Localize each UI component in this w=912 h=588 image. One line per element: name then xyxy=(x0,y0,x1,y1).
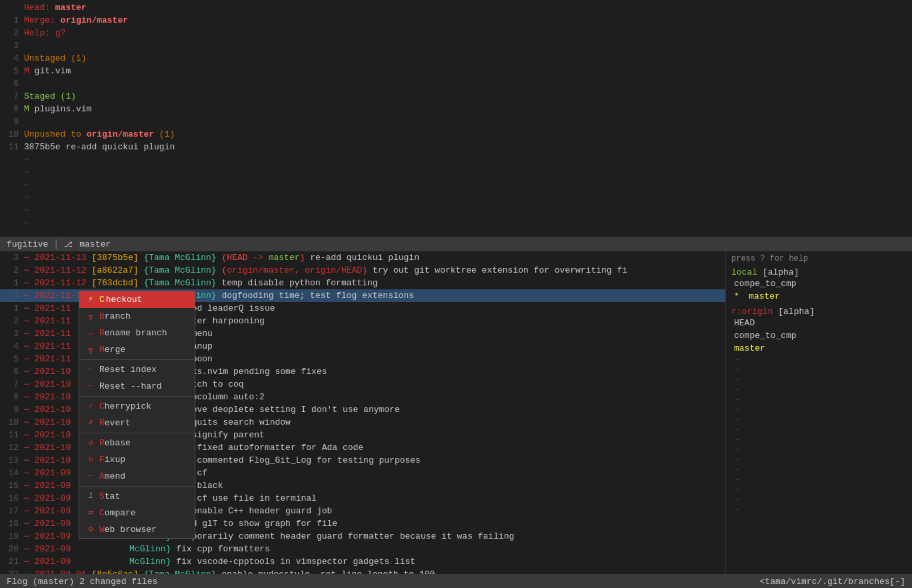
rp-tilde-3: ~ xyxy=(731,375,907,385)
line-staged-file: 8 M plugins.vim xyxy=(0,103,912,115)
line-unstaged-file: 5 M git.vim xyxy=(0,65,912,77)
rp-tilde-4: ~ xyxy=(731,385,907,395)
amend-icon: ← xyxy=(86,470,95,483)
line-empty-9: 9 xyxy=(0,115,912,128)
rp-tilde-7: ~ xyxy=(731,415,907,425)
line-commit: 11 3875b5e re-add quickui plugin xyxy=(0,141,912,153)
log-row-2[interactable]: 2 ─ 2021-11-12 [a8622a7] {Tama McGlinn} … xyxy=(0,264,725,277)
remote-branch-master: master xyxy=(731,342,907,355)
remote-branch-head: HEAD xyxy=(731,317,907,329)
log-row-25[interactable]: 21 ─ 2021-09 McGlinn} fix vscode-cpptool… xyxy=(0,555,725,568)
rp-tilde-8: ~ xyxy=(731,425,907,435)
compare-icon: ⇄ xyxy=(86,507,95,519)
remote-label: r:origin [alpha] xyxy=(731,307,907,317)
rebase-icon: ↺ xyxy=(86,437,95,449)
local-branch-compe: compe_to_cmp xyxy=(731,277,907,290)
rp-tilde-6: ~ xyxy=(731,405,907,415)
line-unstaged: 4 Unstaged (1) xyxy=(0,52,912,65)
remote-branch-compe: compe_to_cmp xyxy=(731,329,907,342)
line-empty-6: 6 xyxy=(0,77,912,90)
tilde-3: ~ xyxy=(0,179,912,191)
menu-item-amend[interactable]: ← Amend xyxy=(79,468,195,485)
menu-item-branch[interactable]: ╥ Branch xyxy=(79,308,195,325)
stat-icon: i xyxy=(86,490,95,503)
menu-item-rename-branch[interactable]: … Rename branch xyxy=(79,325,195,341)
rp-tilde-16: ~ xyxy=(731,505,907,515)
log-row-1[interactable]: 3 ─ 2021-11-13 [3875b5e] {Tama McGlinn} … xyxy=(0,251,725,264)
log-row-24[interactable]: 20 ─ 2021-09 McGlinn} fix cpp formatters xyxy=(0,543,725,555)
rp-tilde-1: ~ xyxy=(731,355,907,365)
reset-hard-icon: ← xyxy=(86,380,95,393)
local-branch-master: * master xyxy=(731,290,907,303)
rp-tilde-5: ~ xyxy=(731,395,907,405)
menu-item-stat[interactable]: i Stat xyxy=(79,488,195,505)
tilde-1: ~ xyxy=(0,153,912,166)
local-label: local [alpha] xyxy=(731,267,907,277)
status-bar-top: fugitive │ ⎇ master xyxy=(0,237,912,251)
tilde-5: ~ xyxy=(0,204,912,217)
menu-item-fixup[interactable]: ↻ Fixup xyxy=(79,451,195,468)
log-row-3[interactable]: 1 ─ 2021-11-12 [763dcbd] {Tama McGlinn} … xyxy=(0,277,725,289)
branch-icon: ╥ xyxy=(86,310,95,323)
menu-item-compare[interactable]: ⇄ Compare xyxy=(79,505,195,521)
rp-tilde-12: ~ xyxy=(731,465,907,475)
revert-icon: ✗ xyxy=(86,417,95,429)
line-head: Head: master xyxy=(0,1,912,14)
rp-tilde-9: ~ xyxy=(731,435,907,445)
reset-index-icon: ← xyxy=(86,363,95,376)
rp-tilde-14: ~ xyxy=(731,485,907,495)
line-unpushed: 10 Unpushed to origin/master (1) xyxy=(0,128,912,141)
log-row-26[interactable]: 22 ─ 2021-09-01 [8e5c6ac] {Tama McGlinn}… xyxy=(0,568,725,574)
checkout-icon: ⚡ xyxy=(86,293,95,306)
merge-icon: ╦ xyxy=(86,343,95,356)
tilde-2: ~ xyxy=(0,166,912,179)
tilde-6: ~ xyxy=(0,217,912,229)
branch-name: master xyxy=(79,239,111,249)
right-panel: press ? for help local [alpha] compe_to_… xyxy=(725,251,912,574)
rp-tilde-13: ~ xyxy=(731,475,907,485)
context-menu: ⚡ Checkout ╥ Branch … Rename branch ╦ Me… xyxy=(79,291,195,539)
rp-tilde-2: ~ xyxy=(731,365,907,375)
rp-tilde-15: ~ xyxy=(731,495,907,505)
menu-separator-4 xyxy=(79,486,195,487)
menu-separator-1 xyxy=(79,359,195,360)
line-staged: 7 Staged (1) xyxy=(0,90,912,103)
menu-separator-3 xyxy=(79,433,195,433)
cherrypick-icon: ✓ xyxy=(86,400,95,413)
menu-item-merge[interactable]: ╦ Merge xyxy=(79,341,195,358)
menu-item-reset-index[interactable]: ← Reset index xyxy=(79,361,195,378)
git-log: 3 ─ 2021-11-13 [3875b5e] {Tama McGlinn} … xyxy=(0,251,725,574)
status-right: <tama/vimrc/.git/branches[-] xyxy=(760,577,905,587)
rp-tilde-10: ~ xyxy=(731,445,907,455)
fugitive-pane: Head: master 1 Merge: origin/master 2 He… xyxy=(0,0,912,237)
bottom-status-bar: Flog (master) 2 changed files <tama/vimr… xyxy=(0,574,912,588)
menu-item-reset-hard[interactable]: ← Reset --hard xyxy=(79,378,195,395)
menu-item-checkout[interactable]: ⚡ Checkout xyxy=(79,291,195,308)
line-empty-3: 3 xyxy=(0,39,912,52)
tilde-4: ~ xyxy=(0,191,912,204)
fixup-icon: ↻ xyxy=(86,453,95,466)
rp-tilde-11: ~ xyxy=(731,455,907,465)
line-merge: 1 Merge: origin/master xyxy=(0,14,912,27)
rename-icon: … xyxy=(86,327,95,339)
pane-name-fugitive: fugitive xyxy=(7,239,48,249)
status-left: Flog (master) 2 changed files xyxy=(7,577,157,587)
flog-pane: 3 ─ 2021-11-13 [3875b5e] {Tama McGlinn} … xyxy=(0,251,912,574)
menu-item-web-browser[interactable]: ⚙ Web browser xyxy=(79,521,195,538)
help-text: press ? for help xyxy=(731,254,907,263)
menu-separator-2 xyxy=(79,396,195,397)
menu-item-cherrypick[interactable]: ✓ Cherrypick xyxy=(79,398,195,415)
menu-item-revert[interactable]: ✗ Revert xyxy=(79,415,195,431)
web-icon: ⚙ xyxy=(86,523,95,536)
menu-item-rebase[interactable]: ↺ Rebase xyxy=(79,435,195,451)
line-help: 2 Help: g? xyxy=(0,27,912,39)
